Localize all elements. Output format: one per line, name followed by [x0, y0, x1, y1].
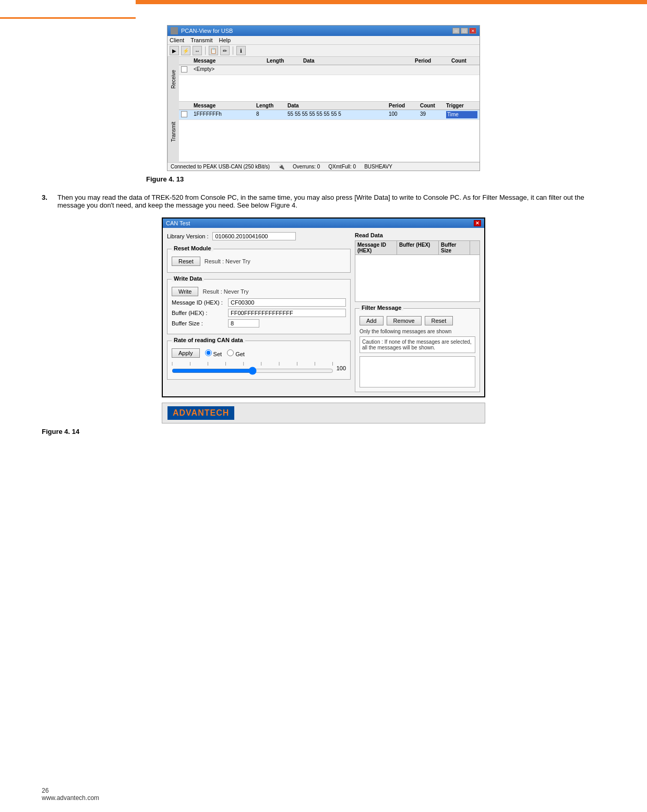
rate-content: Apply Set Get — [172, 348, 346, 375]
page-footer: 26 www.advantech.com — [42, 787, 99, 802]
toolbar-btn-1[interactable]: ▶ — [170, 46, 179, 55]
get-label-text: Get — [235, 351, 245, 357]
reset-result: Result : Never Try — [205, 258, 250, 264]
write-result: Result : Never Try — [202, 288, 248, 295]
col-check — [181, 58, 194, 64]
filter-note: Only the following messages are shown — [360, 329, 475, 334]
toolbar-btn-6[interactable]: ℹ — [236, 46, 246, 55]
read-data-section: Read Data Message ID (HEX) Buffer (HEX) … — [355, 232, 480, 302]
message-id-label: Message ID (HEX) : — [172, 299, 224, 306]
status-qxmtfull: QXmtFull: 0 — [328, 164, 356, 169]
write-button[interactable]: Write — [172, 287, 198, 296]
pcan-win-controls[interactable]: ─ □ ✕ — [452, 28, 476, 34]
row-message: <Empty> — [194, 66, 267, 74]
read-data-title: Read Data — [355, 232, 480, 238]
tcol-check — [181, 103, 194, 108]
adv-logo-text: ADVANTECH — [173, 408, 229, 417]
trow-trigger: Time — [446, 111, 477, 118]
toolbar-btn-5[interactable]: ✏ — [220, 46, 230, 55]
row-data — [303, 66, 415, 74]
toolbar-separator-2 — [233, 46, 233, 55]
rate-slider-row: |||||||||| 100 — [172, 361, 346, 375]
can-test-titlebar: CAN Test ✕ — [163, 219, 484, 228]
library-version-label: Library Version : — [167, 233, 208, 239]
library-version-row: Library Version : 010600.2010041600 — [167, 232, 351, 240]
buffer-hex-input[interactable] — [228, 309, 346, 317]
set-radio[interactable] — [205, 349, 212, 356]
receive-table-area: Message Length Data Period Count <Empty> — [179, 57, 480, 102]
reset-button[interactable]: Reset — [172, 257, 200, 266]
read-data-table-body — [355, 255, 480, 302]
trow-length: 8 — [256, 111, 287, 118]
tcol-data: Data — [287, 103, 389, 108]
trow-data: 55 55 55 55 55 55 55 5 — [287, 111, 389, 118]
col-data: Data — [303, 58, 415, 64]
website: www.advantech.com — [42, 794, 99, 802]
col-message: Message — [194, 58, 267, 64]
filter-add-button[interactable]: Add — [360, 316, 384, 325]
status-bus: BUSHEAVY — [364, 164, 392, 169]
reset-row: Reset Result : Never Try — [172, 257, 346, 266]
transmit-label: Transmit — [167, 102, 179, 162]
advantech-logo: ADVANTECH — [167, 406, 234, 420]
filter-message-group: Filter Message Add Remove Reset Only the… — [355, 308, 480, 392]
transmit-table-header: Message Length Data Period Count Trigger — [179, 102, 480, 110]
close-button[interactable]: ✕ — [469, 28, 476, 34]
toolbar-btn-4[interactable]: 📋 — [209, 46, 218, 55]
pcan-toolbar: ▶ ⚡ ↔ 📋 ✏ ℹ — [167, 45, 480, 57]
trow-period: 100 — [389, 111, 420, 118]
filter-message-title: Filter Message — [360, 305, 403, 311]
menu-transmit[interactable]: Transmit — [190, 37, 212, 43]
transmit-section: Transmit Message Length Data Period Coun… — [167, 102, 480, 162]
rd-col-size: Buffer Size — [439, 241, 470, 254]
slider-value: 100 — [337, 365, 346, 371]
rate-group-title: Rate of reading CAN data — [172, 337, 245, 343]
pcan-statusbar: Connected to PEAK USB-CAN (250 kBit/s) 🔌… — [167, 162, 480, 171]
step3-container: 3. Then you may read the data of TREK-52… — [42, 193, 605, 209]
write-row: Write Result : Never Try — [172, 287, 346, 296]
toolbar-btn-2[interactable]: ⚡ — [181, 46, 190, 55]
page-number: 26 — [42, 787, 99, 794]
read-data-table-header: Message ID (HEX) Buffer (HEX) Buffer Siz… — [355, 240, 480, 255]
figure-4-13-caption: Figure 4. 13 — [146, 175, 605, 183]
status-icon: 🔌 — [278, 164, 284, 169]
filter-caution: Caution : If none of the messages are se… — [360, 336, 475, 353]
receive-label: Receive — [167, 57, 179, 102]
apply-button[interactable]: Apply — [172, 348, 200, 358]
minimize-button[interactable]: ─ — [452, 28, 460, 34]
transmit-row: 1FFFFFFFh 8 55 55 55 55 55 55 55 5 100 3… — [179, 110, 480, 120]
col-count: Count — [451, 58, 477, 64]
can-test-title: CAN Test — [166, 220, 190, 226]
pcan-app-icon — [171, 27, 178, 34]
get-radio-label: Get — [227, 349, 245, 357]
rate-slider[interactable] — [172, 367, 333, 375]
pcan-titlebar: PCAN-View for USB ─ □ ✕ — [167, 26, 480, 36]
restore-button[interactable]: □ — [461, 28, 468, 34]
rate-btn-row: Apply Set Get — [172, 348, 346, 358]
trow-count: 39 — [420, 111, 446, 118]
menu-help[interactable]: Help — [219, 37, 231, 43]
pcan-titlebar-left: PCAN-View for USB — [171, 27, 233, 34]
row-length — [267, 66, 303, 74]
reset-module-group: Reset Module Reset Result : Never Try — [167, 249, 351, 273]
transmit-table-area: Message Length Data Period Count Trigger… — [179, 102, 480, 162]
filter-remove-button[interactable]: Remove — [387, 316, 422, 325]
menu-client[interactable]: Client — [170, 37, 184, 43]
message-id-input[interactable] — [228, 298, 346, 307]
buffer-hex-row: Buffer (HEX) : — [172, 309, 346, 317]
message-id-row: Message ID (HEX) : — [172, 298, 346, 307]
filter-reset-button[interactable]: Reset — [425, 316, 453, 325]
step3-number: 3. — [42, 193, 47, 201]
row-period — [415, 66, 451, 74]
col-period: Period — [415, 58, 451, 64]
pcan-title-text: PCAN-View for USB — [181, 28, 233, 34]
can-test-close-button[interactable]: ✕ — [474, 220, 481, 226]
receive-table-header: Message Length Data Period Count — [179, 57, 480, 65]
get-radio[interactable] — [227, 349, 234, 356]
rate-group: Rate of reading CAN data Apply Set Get — [167, 341, 351, 380]
tcol-period: Period — [389, 103, 420, 108]
buffer-size-row: Buffer Size : — [172, 319, 346, 328]
toolbar-btn-3[interactable]: ↔ — [193, 46, 202, 55]
buffer-size-input[interactable] — [228, 319, 259, 328]
write-data-content: Write Result : Never Try Message ID (HEX… — [172, 287, 346, 328]
